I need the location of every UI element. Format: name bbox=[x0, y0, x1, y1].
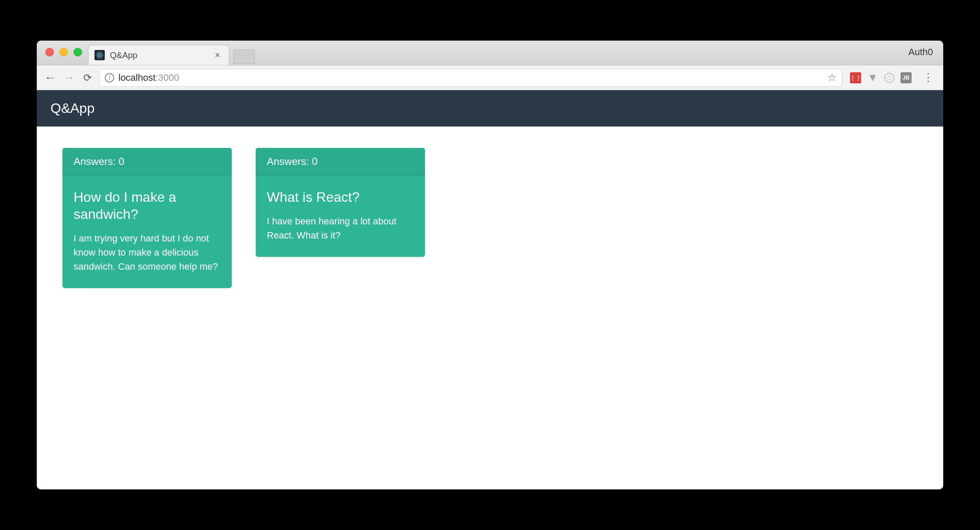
jetbrains-extension-icon[interactable]: JB bbox=[900, 72, 912, 83]
card-body: What is React? I have been hearing a lot… bbox=[256, 176, 425, 257]
card-title: How do I make a sandwich? bbox=[74, 188, 221, 223]
browser-window: Q&App × Auth0 ← → ⟳ i localhost:3000 ☆ ⋮… bbox=[37, 41, 943, 489]
bookmark-star-icon[interactable]: ☆ bbox=[827, 72, 837, 84]
cards-container: Answers: 0 How do I make a sandwich? I a… bbox=[37, 127, 943, 309]
answers-prefix: Answers: bbox=[74, 156, 118, 167]
url-host: localhost bbox=[118, 72, 156, 83]
question-card[interactable]: Answers: 0 How do I make a sandwich? I a… bbox=[62, 148, 232, 288]
question-card[interactable]: Answers: 0 What is React? I have been he… bbox=[256, 148, 425, 257]
answers-prefix: Answers: bbox=[267, 156, 312, 167]
minimize-window-button[interactable] bbox=[59, 48, 68, 56]
profile-label[interactable]: Auth0 bbox=[909, 47, 933, 58]
extension-icons: ⋮⋮ ▼ JB bbox=[847, 72, 915, 83]
answers-count: 0 bbox=[312, 156, 317, 167]
extension-icon[interactable] bbox=[884, 73, 894, 83]
viewport: Q&App Answers: 0 How do I make a sandwic… bbox=[37, 90, 943, 489]
browser-menu-button[interactable]: ⋮ bbox=[919, 75, 937, 80]
tab-title: Q&App bbox=[110, 50, 207, 60]
maximize-window-button[interactable] bbox=[74, 48, 82, 56]
window-controls bbox=[45, 48, 82, 56]
forward-button[interactable]: → bbox=[62, 71, 76, 85]
new-tab-button[interactable] bbox=[233, 50, 255, 64]
card-body: How do I make a sandwich? I am trying ve… bbox=[62, 176, 232, 288]
vue-devtools-icon[interactable]: ▼ bbox=[867, 72, 878, 83]
card-text: I have been hearing a lot about React. W… bbox=[267, 214, 414, 242]
url-port: :3000 bbox=[156, 72, 179, 83]
app-navbar: Q&App bbox=[37, 90, 943, 127]
back-button[interactable]: ← bbox=[43, 71, 57, 85]
url-text: localhost:3000 bbox=[118, 72, 179, 83]
card-text: I am trying very hard but I do not know … bbox=[74, 231, 221, 274]
site-info-icon[interactable]: i bbox=[105, 73, 114, 82]
svg-point-0 bbox=[99, 54, 100, 56]
navbar-brand[interactable]: Q&App bbox=[50, 100, 94, 116]
card-header: Answers: 0 bbox=[256, 148, 425, 176]
browser-tab[interactable]: Q&App × bbox=[88, 45, 229, 65]
card-header: Answers: 0 bbox=[62, 148, 232, 176]
react-favicon-icon bbox=[94, 50, 105, 60]
titlebar: Q&App × Auth0 bbox=[37, 41, 943, 65]
card-title: What is React? bbox=[267, 188, 414, 206]
address-bar[interactable]: i localhost:3000 ☆ bbox=[99, 69, 842, 87]
tab-close-button[interactable]: × bbox=[212, 50, 223, 61]
reload-button[interactable]: ⟳ bbox=[80, 72, 95, 84]
extension-icon[interactable]: ⋮⋮ bbox=[850, 72, 861, 83]
browser-toolbar: ← → ⟳ i localhost:3000 ☆ ⋮⋮ ▼ JB ⋮ bbox=[37, 65, 943, 90]
close-window-button[interactable] bbox=[45, 48, 54, 56]
answers-count: 0 bbox=[118, 156, 124, 167]
